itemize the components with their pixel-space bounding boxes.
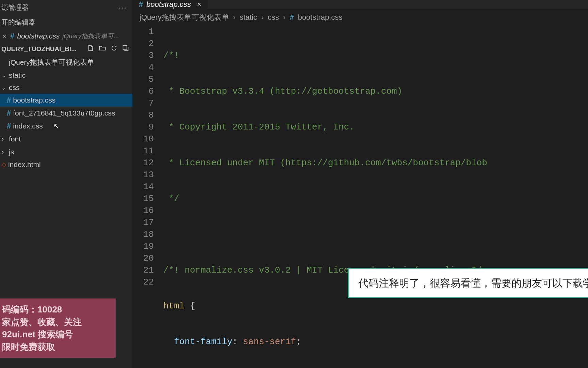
tab-bar: # bootstrap.css × xyxy=(133,0,588,9)
line-number: 11 xyxy=(133,145,154,157)
line-number: 22 xyxy=(133,276,154,288)
line-number: 15 xyxy=(133,193,154,205)
crumb[interactable]: static xyxy=(240,13,257,22)
tree-root[interactable]: jQuery拖拽表单可视化表单 xyxy=(0,56,132,69)
line-number: 13 xyxy=(133,169,154,181)
tooltip-overlay: 代码注释明了，很容易看懂，需要的朋友可以下载学 xyxy=(348,268,588,298)
line-number: 7 xyxy=(133,97,154,109)
code-line: * Bootstrap v3.3.4 (http://getbootstrap.… xyxy=(163,86,402,96)
open-editor-filename: bootstrap.css xyxy=(17,32,60,40)
code-token: sans-serif xyxy=(243,337,296,347)
line-number: 14 xyxy=(133,181,154,193)
promo-line: 码编码：10028 xyxy=(2,303,114,316)
tree-label: index.css xyxy=(13,122,43,130)
tree-file-index-css[interactable]: # index.css xyxy=(0,120,132,133)
file-tree: jQuery拖拽表单可视化表单 static css # bootstrap.c… xyxy=(0,56,132,171)
tab-bootstrap[interactable]: # bootstrap.css × xyxy=(133,0,208,9)
tree-folder-static[interactable]: static xyxy=(0,69,132,81)
editor-main: # bootstrap.css × jQuery拖拽表单可视化表单 › stat… xyxy=(133,0,588,368)
workspace-name: QUERY_TUOZHUAI_BI... xyxy=(1,45,77,53)
line-number: 2 xyxy=(133,38,154,50)
new-folder-icon[interactable] xyxy=(99,45,106,53)
css-file-icon: # xyxy=(7,96,11,105)
line-number: 19 xyxy=(133,241,154,252)
collapse-icon[interactable] xyxy=(122,45,129,53)
line-number: 21 xyxy=(133,264,154,276)
line-number: 5 xyxy=(133,74,154,86)
chevron-right-icon xyxy=(1,148,7,156)
line-number: 4 xyxy=(133,62,154,74)
css-file-icon: # xyxy=(290,13,294,22)
code-line: * Licensed under MIT (https://github.com… xyxy=(163,158,487,168)
css-file-icon: # xyxy=(139,0,143,9)
tab-label: bootstrap.css xyxy=(146,0,191,9)
sidebar-header: 源管理器 ··· xyxy=(0,0,132,15)
code-line: /*! xyxy=(163,50,179,61)
tree-label: jQuery拖拽表单可视化表单 xyxy=(9,58,94,67)
explorer-title: 源管理器 xyxy=(1,3,29,12)
line-number: 3 xyxy=(133,50,154,62)
code-line xyxy=(163,229,588,241)
close-icon[interactable]: × xyxy=(1,32,7,40)
tree-label: static xyxy=(9,71,26,79)
line-number: 8 xyxy=(133,109,154,121)
crumb[interactable]: css xyxy=(268,13,279,22)
line-number: 9 xyxy=(133,121,154,133)
promo-line: 92ui.net 搜索编号 xyxy=(2,328,114,340)
css-file-icon: # xyxy=(7,122,11,131)
line-number: 10 xyxy=(133,133,154,145)
code-content[interactable]: /*! * Bootstrap v3.3.4 (http://getbootst… xyxy=(163,26,588,368)
line-number: 17 xyxy=(133,217,154,229)
tree-label: bootstrap.css xyxy=(13,96,55,104)
svg-rect-0 xyxy=(123,46,127,49)
chevron-down-icon xyxy=(1,72,7,79)
refresh-icon[interactable] xyxy=(111,45,117,53)
code-editor[interactable]: 12345678910111213141516171819202122 /*! … xyxy=(133,26,588,368)
code-line: * Copyright 2011-2015 Twitter, Inc. xyxy=(163,122,355,132)
promo-overlay: 码编码：10028 家点赞、收藏、关注 92ui.net 搜索编号 限时免费获取 xyxy=(0,298,116,358)
html-file-icon xyxy=(1,161,6,168)
crumb[interactable]: jQuery拖拽表单可视化表单 xyxy=(140,12,229,22)
tree-label: font_2716841_5q133u7t0gp.css xyxy=(13,109,115,117)
chevron-right-icon: › xyxy=(261,13,263,22)
css-file-icon: # xyxy=(10,32,14,41)
tree-folder-css[interactable]: css xyxy=(0,81,132,94)
promo-line: 家点赞、收藏、关注 xyxy=(2,316,114,328)
css-file-icon: # xyxy=(7,109,11,118)
tree-label: index.html xyxy=(8,160,41,169)
sidebar: 源管理器 ··· 开的编辑器 × # bootstrap.css jQuery拖… xyxy=(0,0,133,368)
tree-label: font xyxy=(9,135,21,143)
code-line: */ xyxy=(163,194,179,204)
tree-label: js xyxy=(9,148,14,156)
more-actions-icon[interactable]: ··· xyxy=(118,3,127,12)
tree-file-font-css[interactable]: # font_2716841_5q133u7t0gp.css xyxy=(0,107,132,120)
crumb[interactable]: bootstrap.css xyxy=(298,13,342,22)
promo-line: 限时免费获取 xyxy=(2,341,114,353)
tree-file-bootstrap[interactable]: # bootstrap.css xyxy=(0,94,132,107)
code-token: font-family xyxy=(174,337,232,347)
line-number: 12 xyxy=(133,157,154,169)
open-editors-title[interactable]: 开的编辑器 xyxy=(0,15,132,30)
close-icon[interactable]: × xyxy=(197,0,201,9)
open-editor-item[interactable]: × # bootstrap.css jQuery拖拽表单可... xyxy=(0,30,132,43)
line-number: 18 xyxy=(133,229,154,241)
workspace-header[interactable]: QUERY_TUOZHUAI_BI... xyxy=(0,43,132,56)
line-number: 1 xyxy=(133,26,154,38)
code-token: html xyxy=(163,301,184,311)
tree-file-index-html[interactable]: index.html xyxy=(0,158,132,171)
chevron-right-icon: › xyxy=(283,13,285,22)
line-gutter: 12345678910111213141516171819202122 xyxy=(133,26,163,368)
chevron-right-icon xyxy=(1,135,7,143)
tree-label: css xyxy=(9,83,20,92)
chevron-right-icon: › xyxy=(233,13,235,22)
line-number: 16 xyxy=(133,205,154,217)
tree-folder-font[interactable]: font xyxy=(0,133,132,145)
new-file-icon[interactable] xyxy=(87,45,94,53)
chevron-down-icon xyxy=(1,85,7,91)
breadcrumb[interactable]: jQuery拖拽表单可视化表单 › static › css › # boots… xyxy=(133,9,588,26)
workspace-actions xyxy=(87,45,129,53)
tree-folder-js[interactable]: js xyxy=(0,145,132,158)
line-number: 6 xyxy=(133,86,154,97)
open-editor-path: jQuery拖拽表单可... xyxy=(62,32,119,41)
line-number: 20 xyxy=(133,252,154,264)
